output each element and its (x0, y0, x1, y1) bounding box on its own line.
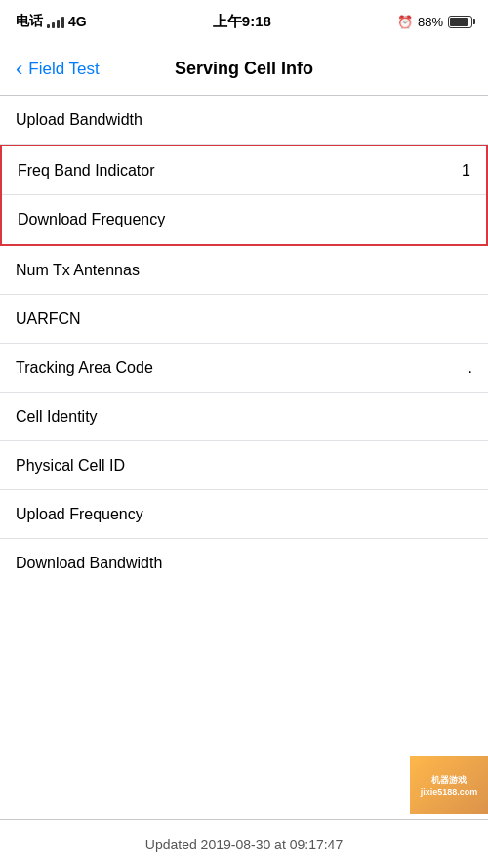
download-frequency-label: Download Frequency (18, 211, 165, 228)
physical-cell-id-label: Physical Cell ID (16, 457, 125, 475)
num-tx-row: Num Tx Antennas (0, 246, 488, 295)
download-bandwidth-row: Download Bandwidth (0, 539, 488, 588)
nav-bar: ‹ Field Test Serving Cell Info (0, 43, 488, 96)
signal-bars-icon (47, 15, 64, 28)
cell-identity-row: Cell Identity (0, 393, 488, 441)
upload-bandwidth-label: Upload Bandwidth (16, 111, 142, 129)
page-title: Serving Cell Info (175, 59, 313, 79)
physical-cell-id-row: Physical Cell ID (0, 441, 488, 490)
status-time: 上午9:18 (213, 13, 271, 31)
freq-band-value: 1 (462, 162, 470, 180)
battery-percent-label: 88% (418, 15, 443, 29)
tracking-area-code-value: . (468, 359, 472, 377)
upload-frequency-label: Upload Frequency (16, 506, 143, 523)
back-label: Field Test (28, 60, 99, 79)
watermark: 机器游戏jixie5188.com (410, 756, 488, 814)
status-left: 电话 4G (16, 13, 87, 30)
upload-bandwidth-row: Upload Bandwidth (0, 96, 488, 145)
footer: Updated 2019-08-30 at 09:17:47 (0, 819, 488, 868)
download-frequency-row: Download Frequency (2, 195, 486, 244)
freq-band-label: Freq Band Indicator (18, 162, 155, 180)
upload-frequency-row: Upload Frequency (0, 490, 488, 539)
chevron-left-icon: ‹ (16, 59, 22, 80)
freq-band-row: Freq Band Indicator 1 (2, 146, 486, 195)
download-bandwidth-label: Download Bandwidth (16, 555, 162, 572)
back-button[interactable]: ‹ Field Test (16, 59, 100, 80)
content-area: Upload Bandwidth Freq Band Indicator 1 D… (0, 96, 488, 819)
battery-icon (448, 16, 472, 28)
updated-label: Updated 2019-08-30 at 09:17:47 (145, 837, 343, 852)
network-type-label: 4G (68, 14, 87, 29)
alarm-icon: ⏰ (397, 15, 413, 29)
cell-identity-label: Cell Identity (16, 408, 98, 426)
tracking-area-code-label: Tracking Area Code (16, 359, 153, 377)
num-tx-label: Num Tx Antennas (16, 262, 140, 279)
carrier-label: 电话 (16, 13, 43, 30)
status-right: ⏰ 88% (397, 15, 472, 29)
uarfcn-label: UARFCN (16, 310, 81, 328)
uarfcn-row: UARFCN (0, 295, 488, 344)
highlighted-section: Freq Band Indicator 1 Download Frequency (0, 145, 488, 246)
status-bar: 电话 4G 上午9:18 ⏰ 88% (0, 0, 488, 43)
tracking-area-code-row: Tracking Area Code . (0, 344, 488, 393)
